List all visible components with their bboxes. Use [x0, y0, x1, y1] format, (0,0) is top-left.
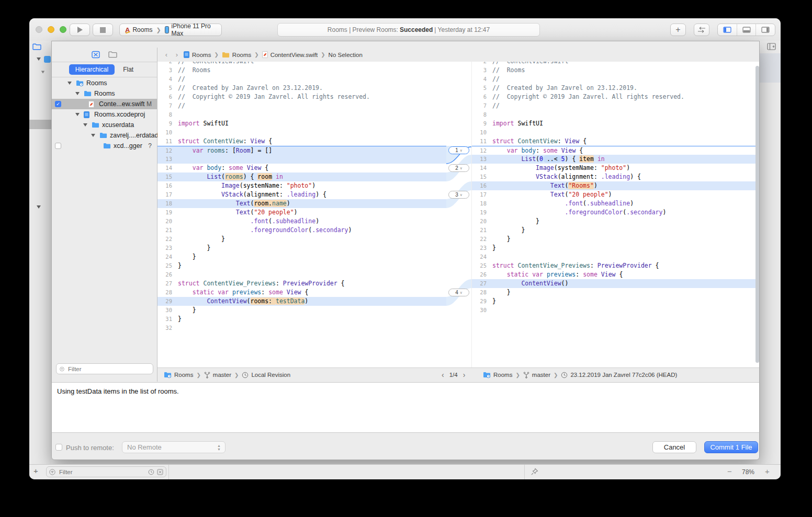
revision-bar-item[interactable]: master	[523, 372, 550, 378]
disclosure-triangle[interactable]	[75, 92, 80, 95]
code-line[interactable]: 7//	[157, 101, 446, 110]
editor-mode-button[interactable]	[694, 24, 709, 36]
code-line[interactable]: 17 Text("20 people")	[472, 190, 759, 199]
code-line[interactable]: 3// Rooms	[472, 66, 759, 75]
code-line[interactable]: 29 ContentView(rooms: testData)	[157, 297, 446, 306]
zoom-out-button[interactable]: −	[727, 467, 732, 476]
code-line[interactable]: 2// ContentView.swift	[472, 62, 759, 66]
revision-bar-item[interactable]: master	[204, 372, 231, 378]
code-line[interactable]: 27 ContentView()	[472, 279, 759, 288]
code-line[interactable]: 24	[472, 252, 759, 261]
code-line[interactable]: 12 var rooms: [Room] = []	[157, 146, 446, 155]
change-pill[interactable]: 3∨	[448, 191, 469, 199]
change-pill[interactable]: 4∨	[448, 289, 469, 296]
code-line[interactable]: 4//	[157, 75, 446, 84]
code-line[interactable]: 30 }	[157, 306, 446, 315]
change-pill[interactable]: 2∨	[448, 164, 469, 172]
tree-row[interactable]: Rooms	[52, 88, 157, 99]
jump-bar-item[interactable]: ContentView.swift	[262, 51, 318, 58]
jump-bar-item[interactable]: Rooms	[222, 52, 251, 58]
code-line[interactable]: 19 Text("20 people")	[157, 208, 446, 217]
commit-message-editor[interactable]: Using testData items in the list of room…	[52, 382, 759, 433]
tree-row[interactable]: ✓Conte...ew.swiftM	[52, 99, 157, 109]
disclosure-triangle[interactable]	[41, 71, 44, 74]
code-line[interactable]: 6// Copyright © 2019 Jan Zavrel. All rig…	[472, 93, 759, 101]
code-line[interactable]: 15 VStack(alignment: .leading) {	[472, 173, 759, 181]
previous-change-button[interactable]: ‹	[442, 371, 444, 379]
pin-icon[interactable]	[531, 468, 538, 476]
code-line[interactable]: 12 var body: some View {	[472, 146, 759, 155]
tree-row[interactable]: Rooms.xcodeproj	[52, 109, 157, 120]
status-filter-input[interactable]	[58, 468, 145, 476]
disclosure-triangle[interactable]	[91, 134, 95, 137]
code-line[interactable]: 11struct ContentView: View {	[472, 137, 759, 146]
code-line[interactable]: 10	[157, 128, 446, 137]
code-line[interactable]: 13	[157, 155, 446, 164]
code-line[interactable]: 11struct ContentView: View {	[157, 137, 446, 146]
scheme-selector[interactable]: A Rooms ❯ iPhone 11 Pro Max	[119, 24, 222, 36]
code-line[interactable]: 32	[157, 324, 446, 332]
code-line[interactable]: 15 List(rooms) { room in	[157, 173, 446, 181]
add-editor-icon[interactable]	[767, 43, 776, 50]
code-line[interactable]: 20 .font(.subheadline)	[157, 217, 446, 226]
source-control-status-icon[interactable]	[157, 469, 163, 475]
navigator-filter-field[interactable]	[56, 363, 153, 374]
filter-input[interactable]	[67, 365, 150, 373]
stop-button[interactable]	[93, 24, 113, 36]
row-checkbox[interactable]	[55, 143, 61, 149]
push-to-remote-checkbox[interactable]	[55, 444, 62, 451]
code-line[interactable]: 8	[472, 110, 759, 119]
code-line[interactable]: 14 var body: some View {	[157, 164, 446, 173]
files-navigator-icon[interactable]	[108, 51, 117, 58]
row-checkbox[interactable]: ✓	[55, 101, 61, 107]
code-line[interactable]: 9import SwiftUI	[472, 119, 759, 128]
code-line[interactable]: 28 static var previews: some View {	[157, 288, 446, 297]
disclosure-triangle[interactable]	[67, 82, 72, 85]
disclosure-triangle[interactable]	[75, 113, 80, 116]
zoom-in-button[interactable]: +	[765, 467, 770, 476]
code-line[interactable]: 31}	[157, 315, 446, 324]
code-line[interactable]: 23}	[472, 244, 759, 252]
revision-bar-item[interactable]: 23.12.2019 Jan Zavrel 77c2c06 (HEAD)	[561, 372, 677, 378]
close-window-button[interactable]	[36, 26, 42, 33]
minimize-window-button[interactable]	[48, 26, 54, 33]
code-line[interactable]: 8	[157, 110, 446, 119]
code-line[interactable]: 14 Image(systemName: "photo")	[472, 164, 759, 173]
commit-button[interactable]: Commit 1 File	[704, 441, 758, 453]
code-line[interactable]: 26 static var previews: some View {	[472, 270, 759, 279]
change-pill[interactable]: 1∨	[448, 146, 469, 154]
code-line[interactable]: 18 Text(room.name)	[157, 199, 446, 208]
code-line[interactable]: 10	[472, 128, 759, 137]
tab-hierarchical[interactable]: Hierarchical	[69, 64, 115, 75]
code-line[interactable]: 24 }	[157, 252, 446, 261]
code-line[interactable]: 7//	[472, 101, 759, 110]
changes-navigator-icon[interactable]	[92, 51, 100, 59]
remote-select[interactable]: No Remote ▲▼	[122, 441, 225, 453]
jump-bar-item[interactable]: No Selection	[329, 52, 363, 58]
code-line[interactable]: 23 }	[157, 244, 446, 252]
code-line[interactable]: 25struct ContentView_Previews: PreviewPr…	[472, 261, 759, 270]
recent-files-icon[interactable]	[148, 469, 154, 475]
code-line[interactable]: 5// Created by Jan Zavrel on 23.12.2019.	[472, 84, 759, 93]
forward-button[interactable]: ›	[173, 51, 181, 59]
code-line[interactable]: 9import SwiftUI	[157, 119, 446, 128]
code-line[interactable]: 28 }	[472, 288, 759, 297]
code-line[interactable]: 20 }	[472, 217, 759, 226]
code-line[interactable]: 22 }	[157, 235, 446, 244]
code-line[interactable]: 21 }	[472, 226, 759, 235]
disclosure-triangle[interactable]	[83, 123, 87, 127]
code-line[interactable]: 22 }	[472, 235, 759, 244]
code-line[interactable]: 13 List(0 ..< 5) { item in	[472, 155, 759, 164]
code-line[interactable]: 19 .foregroundColor(.secondary)	[472, 208, 759, 217]
run-button[interactable]	[70, 24, 90, 36]
code-line[interactable]: 2// ContentView.swift	[157, 62, 446, 66]
jump-bar-item[interactable]: Rooms	[184, 51, 211, 58]
code-line[interactable]: 5// Created by Jan Zavrel on 23.12.2019.	[157, 84, 446, 93]
tree-row[interactable]: xcd...gger?	[52, 141, 157, 151]
back-button[interactable]: ‹	[163, 51, 170, 59]
cancel-button[interactable]: Cancel	[652, 441, 696, 453]
code-line[interactable]: 16 Text("Rooms")	[472, 181, 759, 190]
tab-flat[interactable]: Flat	[117, 64, 140, 75]
code-line[interactable]: 4//	[472, 75, 759, 84]
code-line[interactable]: 27struct ContentView_Previews: PreviewPr…	[157, 279, 446, 288]
